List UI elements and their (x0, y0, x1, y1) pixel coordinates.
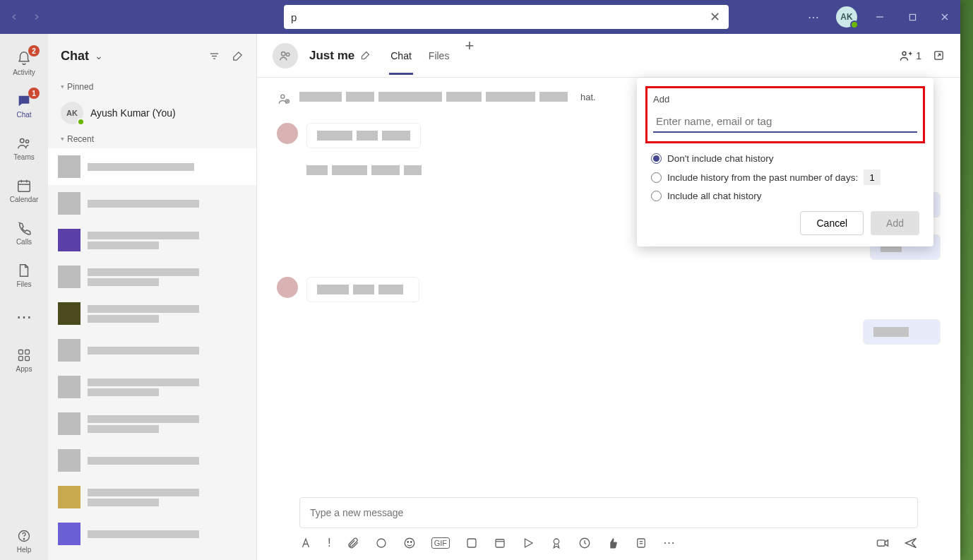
format-button[interactable] (299, 537, 312, 549)
search-box[interactable]: ✕ (284, 5, 729, 29)
svg-point-28 (410, 541, 412, 542)
loop-button[interactable] (375, 537, 388, 549)
add-tab-button[interactable]: + (465, 37, 474, 75)
list-item[interactable] (48, 442, 256, 479)
gif-button[interactable]: GIF (431, 537, 450, 549)
app-rail: Activity 2 Chat 1 Teams Calendar Calls (0, 34, 48, 560)
files-icon (16, 262, 32, 279)
search-clear-button[interactable]: ✕ (708, 10, 722, 24)
svg-rect-10 (19, 350, 23, 354)
avatar: AK (61, 102, 83, 124)
stream-button[interactable] (522, 537, 535, 549)
chevron-down-icon[interactable]: ⌄ (95, 50, 103, 61)
participants-button[interactable]: 1 (899, 49, 921, 63)
nav-back-button[interactable] (6, 8, 23, 25)
rail-label: Activity (13, 68, 35, 76)
popover-highlighted-area: Add (645, 86, 925, 143)
compose-input[interactable] (310, 507, 907, 518)
nav-forward-button[interactable] (28, 8, 45, 25)
recent-section-label[interactable]: Recent (48, 130, 256, 148)
rail-label: Calls (16, 238, 32, 246)
list-item[interactable] (48, 185, 256, 222)
rail-item-help[interactable]: Help (0, 520, 48, 560)
message-bubble (863, 319, 941, 345)
radio-days[interactable] (651, 172, 662, 183)
list-item[interactable] (48, 479, 256, 516)
rail-item-chat[interactable]: Chat 1 (0, 85, 48, 125)
polls-button[interactable] (635, 537, 647, 549)
rail-item-calls[interactable]: Calls (0, 213, 48, 252)
new-chat-button[interactable] (232, 50, 244, 62)
priority-button[interactable]: ! (328, 536, 331, 550)
days-input[interactable] (864, 169, 881, 185)
svg-point-15 (23, 538, 24, 539)
history-option-none[interactable]: Don't include chat history (651, 153, 919, 164)
pinned-chat-item[interactable]: AK Ayush Kumar (You) (48, 96, 256, 130)
pinned-section-label[interactable]: Pinned (48, 78, 256, 96)
filter-button[interactable] (208, 50, 220, 62)
add-button[interactable]: Add (871, 211, 919, 235)
chat-list-title: Chat (61, 49, 89, 64)
edit-name-button[interactable] (360, 50, 371, 61)
message-row (277, 319, 941, 345)
chat-list-pane: Chat ⌄ Pinned AK Ayush Kumar (You) Recen… (48, 34, 257, 560)
compose-box[interactable] (299, 497, 918, 528)
participants-count: 1 (916, 50, 921, 61)
search-input[interactable] (291, 11, 708, 23)
list-item[interactable] (48, 516, 256, 552)
list-item[interactable] (48, 332, 256, 369)
rail-item-more[interactable]: ⋯ (0, 297, 48, 337)
list-item[interactable] (48, 148, 256, 185)
approvals-button[interactable] (550, 537, 563, 549)
more-actions-button[interactable]: ⋯ (663, 535, 675, 550)
schedule-button[interactable] (494, 537, 506, 549)
rail-item-files[interactable]: Files (0, 255, 48, 294)
svg-point-21 (902, 52, 906, 55)
rail-label: Apps (16, 365, 32, 373)
list-item[interactable] (48, 295, 256, 332)
send-button[interactable] (904, 536, 918, 550)
rail-item-activity[interactable]: Activity 2 (0, 43, 48, 83)
current-user-avatar[interactable]: AK (836, 6, 857, 28)
list-item[interactable] (48, 222, 256, 258)
list-item[interactable] (48, 405, 256, 442)
window-close-button[interactable] (935, 7, 955, 27)
svg-marker-32 (525, 539, 533, 547)
more-options-button[interactable]: ⋯ (804, 7, 823, 27)
cancel-button[interactable]: Cancel (800, 211, 864, 235)
attach-button[interactable] (347, 537, 359, 549)
window-maximize-button[interactable] (902, 7, 922, 27)
viva-button[interactable] (578, 537, 591, 549)
emoji-button[interactable] (403, 537, 416, 549)
message-bubble (306, 277, 419, 302)
rail-label: Calendar (10, 196, 39, 203)
svg-point-26 (405, 538, 414, 548)
tab-files[interactable]: Files (427, 37, 451, 75)
radio-none[interactable] (651, 153, 662, 164)
rail-item-teams[interactable]: Teams (0, 128, 48, 167)
popout-button[interactable] (933, 49, 945, 61)
rail-item-apps[interactable]: Apps (0, 340, 48, 379)
list-item[interactable] (48, 258, 256, 295)
svg-rect-12 (19, 356, 23, 360)
pinned-chat-name: Ayush Kumar (You) (90, 107, 176, 119)
window-minimize-button[interactable] (870, 7, 890, 27)
rail-label: Teams (13, 153, 34, 161)
message-row (277, 277, 941, 302)
svg-rect-30 (496, 539, 504, 547)
tab-chat[interactable]: Chat (389, 37, 413, 75)
list-item[interactable] (48, 369, 256, 405)
history-option-days[interactable]: Include history from the past number of … (651, 169, 919, 185)
radio-all[interactable] (651, 191, 662, 201)
add-people-input[interactable] (653, 111, 917, 133)
sticker-button[interactable] (465, 537, 478, 549)
history-option-all[interactable]: Include all chat history (651, 191, 919, 201)
svg-point-25 (377, 539, 386, 547)
praise-button[interactable] (607, 537, 619, 549)
help-icon (16, 528, 32, 544)
message-bubble (306, 123, 421, 148)
video-clip-button[interactable] (876, 536, 890, 550)
popover-title: Add (653, 94, 669, 105)
rail-item-calendar[interactable]: Calendar (0, 170, 48, 210)
rail-label: Files (16, 280, 31, 288)
